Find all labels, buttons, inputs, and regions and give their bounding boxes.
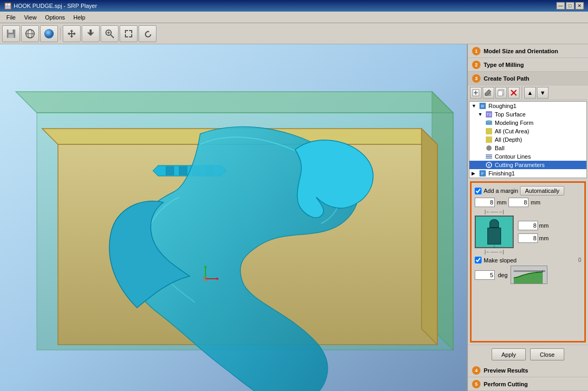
fit-button[interactable] — [120, 25, 138, 42]
step3-num: 3 — [472, 74, 481, 83]
svg-line-8 — [111, 35, 114, 38]
step3-label: Create Tool Path — [484, 75, 530, 82]
menu-file[interactable]: File — [2, 13, 20, 22]
margin-bottom2-input[interactable] — [518, 233, 538, 243]
tree-finishing1[interactable]: ▶ F Finishing1 — [469, 169, 586, 178]
new-toolpath-btn[interactable] — [470, 87, 482, 99]
automatically-button[interactable]: Automatically — [520, 186, 564, 196]
step2-header[interactable]: 2 Type of Milling — [468, 58, 588, 72]
tree-contourlines[interactable]: Contour Lines — [469, 152, 586, 161]
margin-right-unit: mm — [531, 199, 540, 206]
delete-toolpath-btn[interactable] — [508, 87, 520, 99]
zoom-button[interactable] — [101, 25, 119, 42]
margin-diagram-box: ↓ — [475, 216, 514, 248]
margin-right-input[interactable] — [508, 198, 528, 207]
menu-options[interactable]: Options — [41, 13, 69, 22]
svg-rect-14 — [131, 30, 132, 33]
slope-preview — [511, 266, 547, 284]
move-button[interactable] — [63, 25, 81, 42]
svg-rect-16 — [125, 34, 126, 37]
svg-rect-2 — [8, 34, 14, 38]
close-button[interactable]: Close — [530, 348, 564, 360]
apply-button[interactable]: Apply — [492, 348, 526, 360]
sloped-controls-row: deg — [475, 266, 581, 284]
menubar: File View Options Help — [0, 12, 588, 23]
svg-text:TS: TS — [487, 113, 492, 116]
svg-text:F: F — [482, 171, 484, 176]
svg-rect-18 — [131, 34, 132, 37]
app-icon: 🪟 — [4, 3, 12, 9]
step1-header[interactable]: 1 Model Size and Orientation — [468, 44, 588, 58]
maximize-button[interactable]: □ — [566, 2, 574, 9]
make-sloped-checkbox[interactable] — [475, 257, 482, 263]
title-text: HOOK PUDGE.spj - SRP Player — [14, 3, 97, 9]
step3-header[interactable]: 3 Create Tool Path — [468, 72, 588, 85]
svg-marker-20 — [16, 92, 453, 113]
alldepth-label: All (Depth) — [495, 136, 522, 143]
tree-view[interactable]: ▼ R Roughing1 ▼ TS Top Surface Modeling … — [469, 101, 587, 178]
contourlines-label: Contour Lines — [495, 153, 531, 160]
svg-rect-51 — [486, 136, 492, 143]
svg-rect-27 — [179, 167, 187, 175]
toolbar-sep1 — [60, 27, 61, 40]
tree-roughing1[interactable]: ▼ R Roughing1 — [469, 102, 586, 110]
tree-cuttingparams[interactable]: Cutting Parameters — [469, 161, 586, 169]
globe-button[interactable] — [21, 25, 39, 42]
step2-label: Type of Milling — [484, 62, 524, 68]
titlebar: 🪟 HOOK PUDGE.spj - SRP Player — □ ✕ — [0, 0, 588, 12]
tree-modelingform[interactable]: Modeling Form — [469, 119, 586, 127]
close-button[interactable]: ✕ — [575, 2, 584, 9]
add-margin-row: Add a margin Automatically — [475, 186, 581, 196]
slope-deg-input[interactable] — [475, 270, 495, 280]
topsurface-expand[interactable]: ▼ — [478, 112, 483, 117]
svg-rect-26 — [166, 167, 174, 175]
save-button[interactable] — [2, 25, 20, 42]
right-panel: 1 Model Size and Orientation 2 Type of M… — [467, 44, 588, 391]
margin-left-input[interactable] — [475, 198, 495, 207]
step4-header[interactable]: 4 Preview Results — [468, 364, 588, 377]
move-down-btn[interactable]: ▼ — [537, 87, 548, 99]
step5-header[interactable]: 5 Perform Cutting — [468, 377, 588, 391]
viewport[interactable] — [0, 44, 467, 391]
tree-alldepth[interactable]: All (Depth) — [469, 135, 586, 144]
tree-allcutarea[interactable]: All (Cut Area) — [469, 127, 586, 135]
step5-num: 5 — [472, 380, 481, 388]
make-sloped-label[interactable]: Make sloped — [475, 257, 516, 263]
finishing1-expand[interactable]: ▶ — [472, 171, 477, 176]
step1-num: 1 — [472, 47, 481, 55]
svg-rect-50 — [486, 128, 492, 134]
sphere-button[interactable] — [40, 25, 58, 42]
menu-help[interactable]: Help — [69, 13, 90, 22]
margin-bottom2-unit: mm — [539, 235, 548, 241]
tree-toolbar: ▲ ▼ — [468, 85, 588, 100]
svg-rect-1 — [8, 30, 13, 33]
roughing1-expand[interactable]: ▼ — [472, 103, 477, 109]
modelingform-label: Modeling Form — [495, 120, 533, 126]
svg-rect-12 — [125, 30, 126, 33]
minimize-button[interactable]: — — [556, 2, 565, 9]
svg-text:R: R — [481, 104, 484, 109]
step4-label: Preview Results — [484, 367, 528, 374]
tree-ball[interactable]: Ball — [469, 144, 586, 152]
topsurface-label: Top Surface — [495, 111, 526, 118]
move-up-btn[interactable]: ▲ — [524, 87, 536, 99]
add-margin-checkbox[interactable] — [475, 188, 482, 194]
margin-top-row: mm mm — [475, 198, 581, 207]
titlebar-controls: — □ ✕ — [556, 2, 584, 9]
tree-topsurface[interactable]: ▼ TS Top Surface — [469, 110, 586, 119]
margin-top2-input[interactable] — [518, 221, 538, 230]
allcutarea-label: All (Cut Area) — [495, 128, 529, 134]
tree-toolbar-sep — [522, 86, 522, 99]
margin-side-inputs: mm mm — [518, 221, 548, 243]
copy-toolpath-btn[interactable] — [495, 87, 507, 99]
toolbar — [0, 23, 588, 44]
add-margin-label[interactable]: Add a margin — [475, 188, 518, 194]
menu-view[interactable]: View — [20, 13, 41, 22]
reset-button[interactable] — [139, 25, 156, 42]
margin-left-unit: mm — [497, 199, 506, 206]
pan-button[interactable] — [82, 25, 100, 42]
slope-deg-unit: deg — [498, 272, 507, 278]
ball-label: Ball — [495, 145, 504, 151]
params-panel: Add a margin Automatically mm mm |←→| — [470, 181, 586, 343]
edit-toolpath-btn[interactable] — [483, 87, 494, 99]
